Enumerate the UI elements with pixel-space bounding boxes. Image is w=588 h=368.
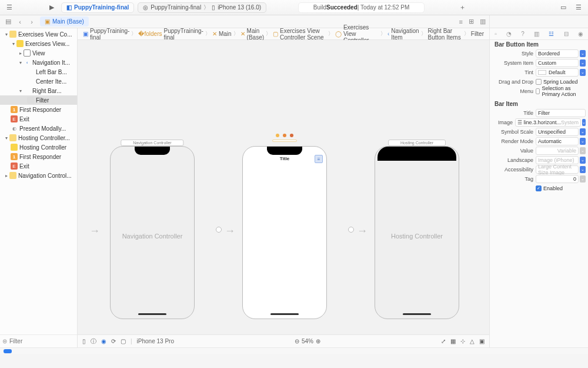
scheme-pill[interactable]: ◎ PuppyTraining-final 〉 ▯ iPhone 13 (16.… (138, 2, 266, 13)
status-prefix: Build (313, 4, 326, 11)
adjust-icon[interactable]: ≡ (459, 18, 463, 25)
outline-left-bar[interactable]: Left Bar B... (0, 67, 77, 77)
enabled-checkbox[interactable]: ✓ (536, 185, 542, 191)
zoom-in-button[interactable]: ⊕ (316, 338, 320, 344)
dropdown-icon[interactable]: ⌄ (580, 138, 586, 145)
pin-icon[interactable]: ⊹ (460, 338, 465, 344)
vc-exercises[interactable]: ▾Exercises View... (0, 39, 77, 48)
hosting-placeholder-text: Hosting Controller (375, 233, 459, 240)
library-button[interactable]: ▭ (557, 2, 569, 13)
symbol-scale-select[interactable]: Unspecified (536, 128, 579, 136)
dropdown-icon[interactable]: ⌄ (580, 166, 586, 173)
outline-nav-item[interactable]: ▾‹Navigation It... (0, 58, 77, 67)
outline-filter-item[interactable]: Filter (0, 95, 77, 105)
identity-inspector-icon[interactable]: ▥ (534, 31, 539, 37)
scene-hosting[interactable]: ▾Hosting Controller... (0, 133, 77, 142)
embed-in-icon[interactable]: ▣ (479, 338, 485, 344)
spring-loaded-checkbox[interactable] (536, 79, 542, 85)
trait-icon[interactable]: ▯ (82, 338, 86, 344)
style-select[interactable]: Bordered (536, 49, 579, 58)
outline-segue[interactable]: ◐Present Modally... (0, 124, 77, 133)
info-icon[interactable]: ⓘ (91, 337, 96, 346)
sidebar-toggle-left[interactable]: ☰ (4, 2, 15, 13)
layout-icon[interactable]: ▢ (121, 338, 126, 344)
outline-right-bar[interactable]: ▾Right Bar... (0, 86, 77, 95)
outline-filter-input[interactable] (9, 338, 84, 344)
primary-action-checkbox[interactable] (536, 88, 540, 94)
outline-first-responder-1[interactable]: 1First Responder (0, 105, 77, 114)
help-inspector-icon[interactable]: ? (521, 31, 524, 37)
status-bold: Succeeded (326, 4, 358, 11)
dropdown-icon[interactable]: ⌄ (582, 119, 586, 126)
device-label[interactable]: iPhone 13 Pro (137, 338, 174, 344)
inspector-tabs[interactable]: ▫ ◔ ? ▥ ☳ ⊟ ◉ (490, 28, 588, 40)
filter-icon: ⊜ (2, 338, 7, 344)
image-select[interactable]: ☰ line.3.horizont...System (515, 118, 581, 127)
scene-exercises[interactable]: ▾Exercises View Co... (0, 29, 77, 39)
zoom-out-button[interactable]: ⊖ (295, 338, 299, 344)
outline-first-responder-2[interactable]: 1First Responder (0, 152, 77, 161)
outline-exit-1[interactable]: EExit (0, 114, 77, 124)
scene-hosting-controller[interactable]: Hosting Controller Hosting Controller (375, 146, 459, 319)
scene-header-exercises[interactable] (272, 140, 297, 142)
split-icon[interactable]: ▥ (480, 18, 486, 25)
scene-header-nav[interactable]: Navigation Controller (121, 140, 183, 146)
scene-navigation[interactable]: ▸Navigation Control... (0, 171, 77, 180)
zoom-value[interactable]: 54% (302, 338, 313, 344)
project-pill[interactable]: ◧ PuppyTraining-final (61, 2, 134, 13)
outline-toggle-icon[interactable]: ▤ (4, 17, 13, 26)
tab-main-storyboard[interactable]: ▣ Main (Base) (40, 16, 89, 26)
align-icon[interactable]: ▦ (450, 338, 456, 344)
nav-placeholder-text: Navigation Controller (111, 233, 194, 240)
variant-icon[interactable]: ◉ (101, 338, 106, 344)
add-button[interactable]: ＋ (456, 2, 468, 13)
stepper-icon[interactable]: ⌄ (580, 175, 586, 183)
filter-bar-button[interactable]: ≡ (315, 155, 323, 163)
size-inspector-icon[interactable]: ⊟ (564, 31, 569, 37)
nav-back-button[interactable]: ‹ (15, 17, 25, 26)
section-bar-button-item: Bar Button Item (490, 40, 588, 49)
dropdown-icon[interactable]: ⌄ (580, 59, 586, 67)
debug-indicator[interactable] (4, 349, 12, 353)
title-input[interactable]: Filter (536, 109, 586, 117)
landscape-image-select[interactable]: Image (iPhone) (536, 156, 579, 164)
stepper-icon[interactable]: ⌄ (580, 147, 586, 154)
storyboard-canvas[interactable]: → → → Navigation Controller Navigation C… (78, 40, 489, 334)
dropdown-icon[interactable]: ⌄ (580, 50, 586, 57)
dropdown-icon[interactable]: ⌄ (580, 69, 586, 76)
history-inspector-icon[interactable]: ◔ (506, 31, 512, 37)
file-inspector-icon[interactable]: ▫ (495, 31, 497, 37)
sidebar-toggle-right[interactable]: ☰ (573, 2, 584, 13)
embed-icon[interactable]: ⤢ (441, 338, 446, 344)
jump-bar[interactable]: ▣PuppyTraining-final〉 �foldersPuppyTrain… (78, 28, 489, 40)
assistant-icon[interactable]: ⊞ (469, 18, 474, 25)
outline-view[interactable]: ▸View (0, 48, 77, 58)
scene-header-hosting[interactable]: Hosting Controller (388, 140, 446, 146)
canvas-bottom-toolbar: ▯ ⓘ ◉ ⟳ ▢ | iPhone 13 Pro ⊖ 54% ⊕ ⤢ ▦ ⊹ … (78, 334, 489, 347)
nav-forward-button[interactable]: › (27, 17, 36, 26)
scene-navigation-controller[interactable]: Navigation Controller Navigation Control… (110, 146, 195, 319)
attributes-inspector-icon[interactable]: ☳ (549, 31, 554, 37)
top-toolbar: ☰ ▶ ◧ PuppyTraining-final ◎ PuppyTrainin… (0, 0, 588, 15)
vc-hosting[interactable]: Hosting Controller (0, 142, 77, 152)
system-item-select[interactable]: Custom (536, 59, 579, 67)
resolve-icon[interactable]: △ (470, 338, 475, 344)
storyboard-editor: ▣PuppyTraining-final〉 �foldersPuppyTrain… (78, 28, 489, 347)
scene-exercises-controller[interactable]: Title ≡ (242, 146, 327, 319)
render-mode-select[interactable]: Automatic (536, 137, 579, 145)
document-outline: ▾Exercises View Co... ▾Exercises View...… (0, 28, 78, 347)
dropdown-icon[interactable]: ⌄ (580, 157, 586, 164)
dropdown-icon[interactable]: ⌄ (580, 128, 586, 135)
tint-select[interactable]: Default (536, 68, 579, 77)
outline-center-item[interactable]: Center Ite... (0, 77, 77, 86)
connections-inspector-icon[interactable]: ◉ (578, 31, 583, 37)
target-icon: ◎ (143, 4, 148, 11)
run-button[interactable]: ▶ (46, 2, 58, 13)
outline-exit-2[interactable]: EExit (0, 161, 77, 171)
value-input[interactable]: Variable (536, 147, 579, 155)
accessibility-image-select[interactable]: Large Content Size Image (536, 165, 579, 174)
segue-dot[interactable] (216, 227, 222, 233)
tag-input[interactable]: 0 (536, 175, 579, 183)
rotate-icon[interactable]: ⟳ (111, 338, 116, 344)
segue-dot-2[interactable] (348, 227, 354, 233)
